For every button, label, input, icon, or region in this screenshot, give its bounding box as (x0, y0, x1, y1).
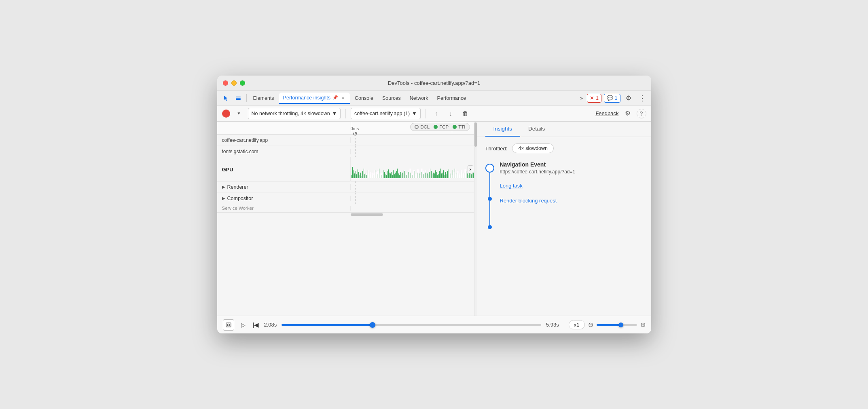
dropdown-arrow-icon[interactable]: ▼ (233, 108, 245, 119)
more-options-icon[interactable]: ⋮ (637, 93, 648, 104)
gpu-bar (406, 173, 406, 178)
timeline-scrubber[interactable] (282, 324, 541, 326)
zoom-in-icon[interactable]: ⊕ (640, 321, 646, 329)
gpu-bar (376, 172, 376, 178)
render-blocking-link[interactable]: Render blocking request (500, 196, 643, 204)
tab-insights[interactable]: Insights (485, 122, 521, 137)
gpu-bar (437, 175, 438, 178)
info-badge[interactable]: 💬 1 (604, 94, 620, 103)
error-badge[interactable]: ✕ 1 (587, 94, 601, 103)
tab-close-icon[interactable]: × (340, 95, 346, 101)
gpu-bar (382, 173, 382, 178)
svg-rect-0 (236, 97, 241, 97)
main-content: 0ms 400ms 800ms ↺ DCL (217, 122, 651, 316)
timeline-legend: DCL FCP TTI (410, 123, 470, 131)
gpu-bar (368, 170, 368, 178)
gpu-bar (411, 173, 411, 178)
gpu-bar (432, 174, 432, 178)
gpu-bar (388, 169, 389, 178)
more-tabs-button[interactable]: » (578, 94, 584, 102)
gpu-expand-button[interactable]: › (468, 165, 473, 173)
screenshot-icon (226, 322, 231, 328)
gpu-bar (384, 172, 385, 178)
minimize-button[interactable] (231, 80, 237, 86)
gpu-bar (379, 169, 379, 178)
gpu-bar (369, 173, 369, 178)
gpu-bar (439, 171, 440, 178)
throttle-dropdown[interactable]: No network throttling, 4× slowdown ▼ (248, 108, 341, 119)
gpu-bar (429, 172, 430, 178)
slider-thumb (370, 322, 375, 328)
network-row-1-label: coffee-cart.netlify.app (217, 137, 351, 143)
compositor-row: ▶ Compositor (217, 193, 474, 204)
time-start-display: 2.08s (264, 322, 277, 328)
compositor-collapse-button[interactable]: ▶ Compositor (217, 196, 351, 201)
screenshot-button[interactable] (223, 319, 234, 331)
domain-dropdown[interactable]: coffee-cart.netlify.app (1) ▼ (351, 108, 420, 119)
gpu-bar (413, 175, 413, 178)
tab-performance[interactable]: Performance (433, 93, 470, 104)
renderer-collapse-button[interactable]: ▶ Renderer (217, 184, 351, 190)
gpu-bar (389, 173, 390, 178)
nav-event-content: Navigation Event https://coffee-cart.net… (500, 161, 643, 229)
gpu-bar (354, 170, 354, 178)
gpu-bar (465, 169, 465, 178)
close-button[interactable] (223, 80, 228, 86)
gpu-bar (433, 173, 434, 178)
gpu-bar (443, 170, 444, 178)
gpu-bar (399, 175, 400, 178)
tab-console[interactable]: Console (351, 93, 377, 104)
gpu-bar (362, 171, 363, 178)
gpu-bar (395, 173, 396, 178)
vertical-scrollbar[interactable] (474, 122, 477, 316)
cursor-tool-icon[interactable] (220, 93, 232, 104)
layers-icon[interactable] (233, 93, 244, 104)
download-button[interactable]: ↓ (445, 108, 457, 119)
zoom-out-icon[interactable]: ⊖ (588, 321, 593, 329)
network-row-2: fonts.gstatic.com (217, 146, 474, 157)
window-title: DevTools - coffee-cart.netlify.app/?ad=1 (388, 80, 480, 86)
play-button[interactable]: ▷ (239, 320, 248, 329)
zoom-slider[interactable] (597, 324, 637, 326)
gpu-bar (440, 169, 441, 178)
gpu-bar (425, 173, 426, 178)
nav-dot-1 (488, 197, 492, 201)
gpu-row: GPU › (217, 157, 474, 181)
toolbar-settings-icon[interactable]: ⚙ (622, 108, 633, 119)
horizontal-scrollbar[interactable] (217, 212, 474, 216)
gpu-label: GPU (217, 157, 351, 181)
long-task-link[interactable]: Long task (500, 181, 643, 189)
gpu-bar (352, 167, 353, 178)
tab-elements[interactable]: Elements (249, 93, 278, 104)
skip-to-start-button[interactable]: |◀ (253, 321, 259, 329)
record-button[interactable] (222, 110, 230, 118)
gpu-bar (375, 170, 375, 178)
feedback-link[interactable]: Feedback (595, 110, 618, 116)
gpu-bar (356, 171, 356, 178)
delete-button[interactable]: 🗑 (460, 108, 471, 119)
gpu-bar (438, 174, 439, 178)
panel-tabs: Insights Details (477, 122, 651, 137)
tab-sources[interactable]: Sources (378, 93, 405, 104)
maximize-button[interactable] (240, 80, 245, 86)
gpu-bar (431, 171, 432, 178)
tab-details[interactable]: Details (520, 122, 553, 137)
tab-performance-insights[interactable]: Performance insights 📌 × (279, 93, 350, 104)
gpu-bar (404, 171, 405, 178)
toolbar-separator-1 (345, 109, 346, 118)
nav-line-2 (489, 201, 490, 225)
gpu-bar (392, 175, 393, 178)
gpu-bar (418, 169, 418, 178)
upload-button[interactable]: ↑ (431, 108, 442, 119)
scrollbar-thumb-v (474, 122, 477, 147)
gpu-bar (463, 174, 463, 178)
settings-icon[interactable]: ⚙ (623, 93, 634, 104)
toolbar-help-icon[interactable]: ? (637, 109, 646, 118)
legend-fcp: FCP (434, 124, 449, 129)
tab-network[interactable]: Network (406, 93, 432, 104)
gpu-bar (457, 173, 457, 178)
gpu-bar (385, 174, 385, 178)
service-worker-row: Service Worker (217, 204, 474, 212)
renderer-dashed-1 (356, 181, 356, 192)
throttle-row: Throttled: 4× slowdown (485, 143, 643, 153)
